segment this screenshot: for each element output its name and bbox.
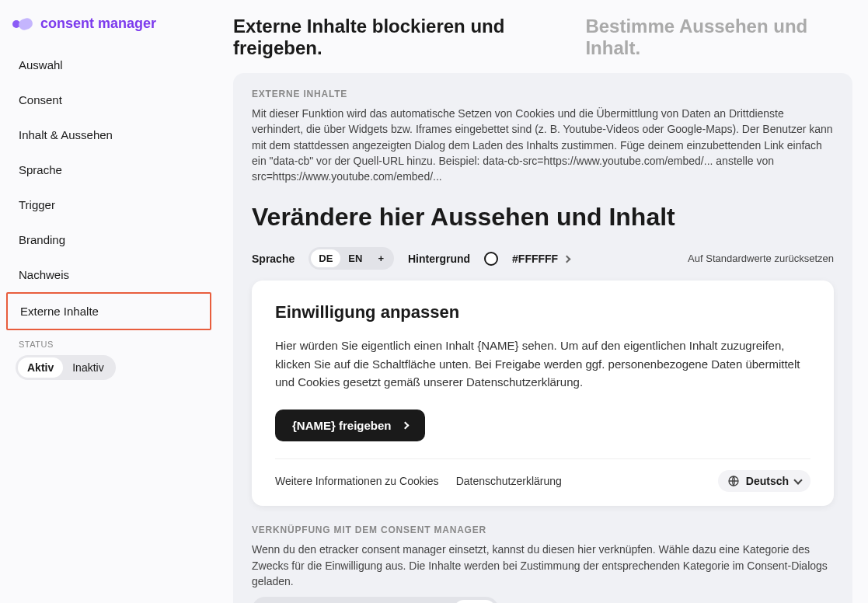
status-inactive[interactable]: Inaktiv (63, 357, 113, 378)
bg-label: Hintergrund (408, 253, 470, 265)
privacy-link[interactable]: Datenschutzerklärung (456, 475, 562, 487)
lang-add[interactable]: + (370, 249, 392, 267)
app-logo: consent manager (6, 16, 211, 47)
cat-funktionell[interactable]: Funktionell (322, 600, 394, 603)
divider (275, 458, 810, 459)
nav-auswahl[interactable]: Auswahl (6, 47, 211, 82)
language-switcher[interactable]: DE EN + (309, 247, 394, 270)
preview-language-select[interactable]: Deutsch (718, 470, 810, 492)
status-label: STATUS (6, 333, 211, 355)
cat-marketing[interactable]: Marketing (255, 600, 321, 603)
chevron-down-icon (793, 476, 802, 484)
page-subtitle: Bestimme Aussehen und Inhalt. (585, 16, 852, 59)
category-switcher[interactable]: Marketing Funktionell Statistik AUS (252, 597, 499, 603)
page-title: Externe Inhalte blockieren und freigeben… (233, 16, 579, 59)
logo-text: consent manager (40, 16, 156, 32)
nav-consent[interactable]: Consent (6, 82, 211, 117)
preview-body: Hier würden Sie eigentlich einen Inhalt … (275, 336, 810, 391)
status-active[interactable]: Aktiv (18, 357, 63, 378)
config-row: Sprache DE EN + Hintergrund #FFFFFF Auf … (252, 247, 834, 270)
ext-content-label: EXTERNE INHALTE (252, 89, 834, 99)
page-header: Externe Inhalte blockieren und freigeben… (233, 0, 852, 73)
nav-nachweis[interactable]: Nachweis (6, 257, 211, 292)
logo-icon (12, 17, 34, 31)
bg-color-swatch[interactable] (484, 252, 498, 266)
sidebar-nav: Auswahl Consent Inhalt & Aussehen Sprach… (6, 47, 211, 330)
preview-title: Einwilligung anpassen (275, 302, 810, 322)
chevron-right-icon (563, 256, 571, 263)
cat-statistik[interactable]: Statistik (396, 600, 452, 603)
link-section-text: Wenn du den etracker consent manager ein… (252, 542, 834, 589)
lang-de[interactable]: DE (311, 249, 340, 267)
lang-label: Sprache (252, 253, 295, 265)
cat-aus[interactable]: AUS (454, 600, 496, 603)
nav-trigger[interactable]: Trigger (6, 187, 211, 222)
content-box: EXTERNE INHALTE Mit dieser Funktion wird… (233, 73, 852, 603)
nav-inhalt-aussehen[interactable]: Inhalt & Aussehen (6, 117, 211, 152)
nav-branding[interactable]: Branding (6, 222, 211, 257)
lang-en[interactable]: EN (340, 249, 370, 267)
reset-defaults-link[interactable]: Auf Standardwerte zurücksetzen (688, 253, 834, 264)
nav-externe-inhalte[interactable]: Externe Inhalte (6, 292, 211, 330)
ext-content-description: Mit dieser Funktion wird das automatisch… (252, 106, 834, 184)
link-section-label: VERKNÜPFUNG MIT DEM CONSENT MANAGER (252, 525, 834, 535)
nav-sprache[interactable]: Sprache (6, 152, 211, 187)
chevron-right-icon (401, 422, 409, 430)
svg-rect-1 (17, 17, 34, 31)
release-button[interactable]: {NAME} freigeben (275, 410, 425, 441)
status-toggle[interactable]: Aktiv Inaktiv (16, 355, 116, 380)
globe-icon (727, 475, 740, 487)
cookies-info-link[interactable]: Weitere Informationen zu Cookies (275, 475, 439, 487)
bg-color-value[interactable]: #FFFFFF (512, 253, 570, 265)
consent-preview-card: Einwilligung anpassen Hier würden Sie ei… (252, 281, 834, 506)
config-title: Verändere hier Aussehen und Inhalt (252, 203, 834, 232)
